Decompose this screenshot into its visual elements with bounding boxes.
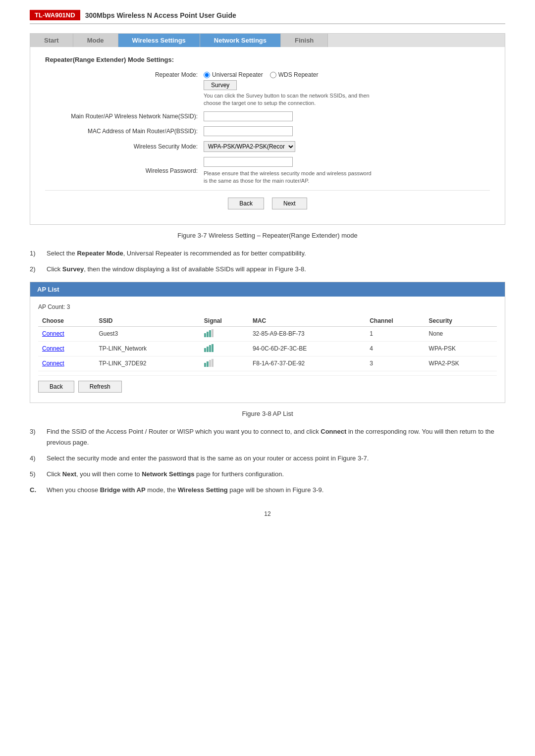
back-button[interactable]: Back [228, 198, 264, 209]
repeater-mode-field: Universal Repeater WDS Repeater Survey Y… [204, 71, 490, 107]
page-number: 12 [30, 510, 505, 517]
instruction-c-letter: C. [30, 485, 47, 496]
bold-wireless-setting: Wireless Setting [178, 486, 228, 494]
security-mode-label: Wireless Security Mode: [45, 143, 204, 150]
bold-survey: Survey [62, 265, 84, 273]
main-router-ssid-label: Main Router/AP Wireless Network Name(SSI… [45, 113, 204, 120]
password-row: Wireless Password: Please ensure that th… [45, 157, 490, 185]
universal-repeater-radio[interactable] [204, 72, 210, 78]
main-router-ssid-input[interactable] [204, 111, 293, 121]
wds-repeater-option[interactable]: WDS Repeater [270, 71, 319, 78]
channel-cell: 1 [366, 326, 425, 341]
ap-table: Choose SSID Signal MAC Channel Security … [38, 315, 497, 371]
repeater-mode-label: Repeater Mode: [45, 71, 204, 78]
ap-table-row: ConnectTP-LINK_Network94-0C-6D-2F-3C-BE4… [38, 341, 497, 356]
tab-wireless-settings[interactable]: Wireless Settings [118, 34, 200, 47]
ap-table-header-row: Choose SSID Signal MAC Channel Security [38, 315, 497, 327]
channel-cell: 4 [366, 341, 425, 356]
bold-bridge-with-ap: Bridge with AP [100, 486, 146, 494]
password-label: Wireless Password: [45, 167, 204, 174]
guide-title: 300Mbps Wireless N Access Point User Gui… [85, 11, 236, 19]
col-signal: Signal [200, 315, 249, 327]
instruction-5-text: Click Next, you will then come to Networ… [47, 469, 505, 480]
ap-list-header: AP List [30, 282, 505, 297]
connect-link[interactable]: Connect [42, 330, 64, 337]
col-ssid: SSID [95, 315, 200, 327]
ap-list-content: AP Count: 3 Choose SSID Signal MAC Chann… [30, 297, 505, 403]
instruction-1-text: Select the Repeater Mode, Universal Repe… [47, 248, 505, 259]
tab-mode[interactable]: Mode [73, 34, 118, 47]
ap-list-box: AP List AP Count: 3 Choose SSID Signal M… [30, 282, 505, 403]
mac-cell: 94-0C-6D-2F-3C-BE [249, 341, 366, 356]
bold-repeater-mode: Repeater Mode [77, 250, 123, 257]
mac-cell: 32-85-A9-E8-BF-73 [249, 326, 366, 341]
figure2-caption: Figure 3-8 AP List [30, 410, 505, 417]
connect-link[interactable]: Connect [42, 360, 64, 367]
instruction-4-num: 4) [30, 453, 47, 464]
universal-repeater-option[interactable]: Universal Repeater [204, 71, 263, 78]
instruction-3: 3) Find the SSID of the Access Point / R… [30, 426, 505, 448]
instruction-5: 5) Click Next, you will then come to Net… [30, 469, 505, 480]
signal-cell [200, 326, 249, 341]
channel-cell: 3 [366, 356, 425, 371]
instruction-2-num: 2) [30, 264, 47, 275]
security-cell: None [425, 326, 497, 341]
security-hint: Please ensure that the wireless security… [204, 170, 372, 185]
instruction-1-num: 1) [30, 248, 47, 259]
security-cell: WPA-PSK [425, 341, 497, 356]
password-field: Please ensure that the wireless security… [204, 157, 490, 185]
instruction-5-num: 5) [30, 469, 47, 480]
tab-start[interactable]: Start [30, 34, 73, 47]
survey-hint: You can click the Survey button to scan … [204, 92, 372, 107]
wizard-tabs: Start Mode Wireless Settings Network Set… [30, 34, 505, 47]
instruction-2: 2) Click Survey, then the window display… [30, 264, 505, 275]
ap-count-value: 3 [67, 303, 70, 310]
instruction-4: 4) Select the security mode and enter th… [30, 453, 505, 464]
next-button[interactable]: Next [272, 198, 307, 209]
bold-connect: Connect [321, 428, 346, 435]
ssid-cell: TP-LINK_Network [95, 341, 200, 356]
wds-repeater-radio[interactable] [270, 72, 276, 78]
instruction-4-text: Select the security mode and enter the p… [47, 453, 505, 464]
bold-next: Next [62, 470, 76, 478]
signal-cell [200, 341, 249, 356]
model-label: TL-WA901ND [30, 10, 80, 20]
tab-finish[interactable]: Finish [281, 34, 328, 47]
ssid-cell: Guest3 [95, 326, 200, 341]
wizard-footer: Back Next [45, 190, 490, 214]
wizard-box: Start Mode Wireless Settings Network Set… [30, 33, 505, 225]
connect-link[interactable]: Connect [42, 345, 64, 352]
mac-address-field [204, 126, 490, 136]
wizard-content: Repeater(Range Extender) Mode Settings: … [30, 47, 505, 224]
mac-address-label: MAC Address of Main Router/AP(BSSID): [45, 128, 204, 135]
ap-count: AP Count: 3 [38, 303, 497, 310]
survey-button[interactable]: Survey [204, 80, 237, 90]
instruction-c-text: When you choose Bridge with AP mode, the… [47, 485, 505, 496]
section-title: Repeater(Range Extender) Mode Settings: [45, 56, 490, 63]
security-mode-row: Wireless Security Mode: WPA-PSK/WPA2-PSK… [45, 141, 490, 152]
password-input[interactable] [204, 157, 293, 167]
ssid-cell: TP-LINK_37DE92 [95, 356, 200, 371]
ap-back-button[interactable]: Back [38, 381, 74, 393]
instruction-2-text: Click Survey, then the window displaying… [47, 264, 505, 275]
radio-group: Universal Repeater WDS Repeater [204, 71, 372, 78]
ap-footer: Back Refresh [38, 375, 497, 396]
instruction-c: C. When you choose Bridge with AP mode, … [30, 485, 505, 496]
col-choose: Choose [38, 315, 95, 327]
mac-address-row: MAC Address of Main Router/AP(BSSID): [45, 126, 490, 136]
mac-cell: F8-1A-67-37-DE-92 [249, 356, 366, 371]
ap-table-row: ConnectTP-LINK_37DE92F8-1A-67-37-DE-923W… [38, 356, 497, 371]
security-cell: WPA2-PSK [425, 356, 497, 371]
ap-refresh-button[interactable]: Refresh [78, 381, 122, 393]
tab-network-settings[interactable]: Network Settings [200, 34, 281, 47]
security-mode-select[interactable]: WPA-PSK/WPA2-PSK(Recomm [204, 141, 295, 152]
bold-network-settings: Network Settings [142, 470, 194, 478]
ap-table-row: ConnectGuest332-85-A9-E8-BF-731None [38, 326, 497, 341]
instruction-3-num: 3) [30, 426, 47, 448]
col-channel: Channel [366, 315, 425, 327]
repeater-mode-row: Repeater Mode: Universal Repeater WDS Re… [45, 71, 490, 107]
instruction-3-text: Find the SSID of the Access Point / Rout… [47, 426, 505, 448]
mac-address-input[interactable] [204, 126, 293, 136]
main-router-ssid-row: Main Router/AP Wireless Network Name(SSI… [45, 111, 490, 121]
signal-cell [200, 356, 249, 371]
